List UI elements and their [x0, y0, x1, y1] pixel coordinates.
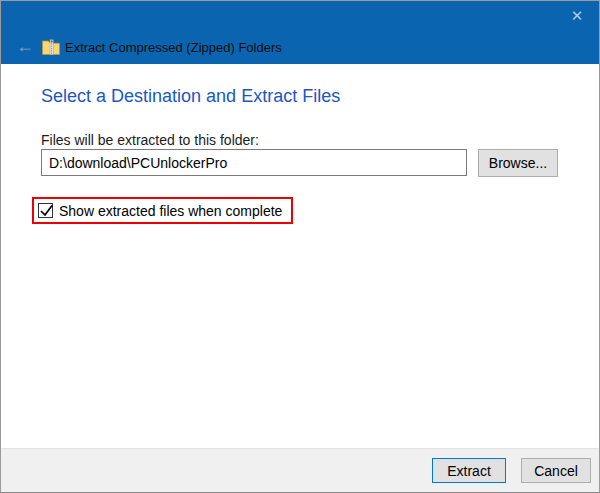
extract-zip-dialog: ✕ ← Extract Compressed (Zipped) Folders …: [0, 0, 600, 493]
show-files-checkbox[interactable]: [38, 203, 53, 218]
close-icon[interactable]: ✕: [566, 6, 588, 26]
red-highlight-annotation: Show extracted files when complete: [32, 197, 293, 224]
show-files-checkbox-row[interactable]: Show extracted files when complete: [38, 203, 282, 219]
dialog-footer: Extract Cancel: [1, 448, 599, 492]
checkbox-check-icon: [38, 202, 55, 219]
back-arrow-icon[interactable]: ←: [13, 35, 37, 57]
zipped-folder-icon: [42, 39, 60, 55]
window-title: Extract Compressed (Zipped) Folders: [65, 40, 282, 55]
browse-button[interactable]: Browse...: [478, 149, 558, 177]
show-files-checkbox-label[interactable]: Show extracted files when complete: [59, 203, 282, 219]
page-title: Select a Destination and Extract Files: [41, 86, 340, 107]
extract-button[interactable]: Extract: [432, 458, 506, 483]
destination-path-input[interactable]: [41, 149, 467, 176]
title-bar[interactable]: ✕ ← Extract Compressed (Zipped) Folders: [1, 1, 599, 64]
destination-label: Files will be extracted to this folder:: [41, 132, 259, 148]
cancel-button[interactable]: Cancel: [521, 458, 591, 483]
